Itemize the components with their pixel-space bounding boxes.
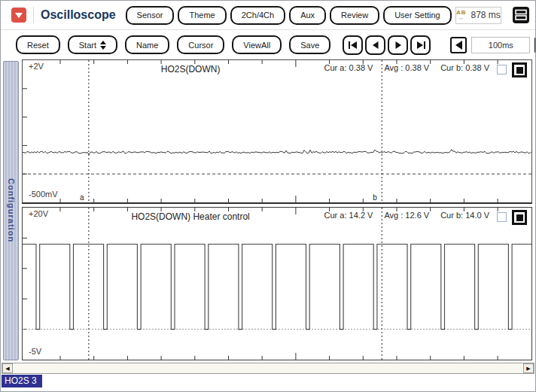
theme-button[interactable]: Theme [178,6,226,25]
channel-1-title: HO2S(DOWN) [161,64,221,74]
configuration-label: Configuration [7,178,16,242]
review-button[interactable]: Review [330,6,379,25]
channel-1-scale-bottom: -500mV [29,190,58,199]
top-toolbar: Oscilloscope Sensor Theme 2Ch/4Ch Aux Re… [1,1,535,30]
chart-area: ab +2V HO2S(DOWN) Cur a: 0.38 V Avg : 0.… [22,59,532,360]
channel-1-measurements: Cur a: 0.38 V Avg : 0.38 V Cur b: 0.38 V [324,63,489,72]
transport-controls [343,35,431,55]
channel-2-active-indicator[interactable] [512,210,527,225]
timebase-decrease-button[interactable] [450,37,467,53]
cursor-a-line-label: a [80,193,84,202]
sensor-button[interactable]: Sensor [126,6,175,25]
start-spinner-icon [100,41,106,50]
record-tab[interactable]: HO2S 3 [2,375,42,387]
channel-mode-button[interactable]: 2Ch/4Ch [230,6,285,25]
skip-to-start-icon [348,41,358,50]
channel-2-scale-top: +20V [29,209,48,218]
reset-button[interactable]: Reset [16,35,60,54]
channel-2-plot[interactable] [23,208,531,360]
ab-time-display: AB ↔ 878 ms [455,7,501,24]
skip-to-end-button[interactable] [410,35,431,55]
name-button[interactable]: Name [125,35,169,54]
channel-1-plot[interactable]: ab [23,60,531,202]
toolbar-divider [33,7,34,23]
channel-2-checkbox[interactable] [497,212,507,222]
ab-time-value: 878 ms [471,10,500,20]
horizontal-scrollbar: ◀ ▶ [2,363,534,374]
cursor-b-line-label: b [373,193,377,202]
down-arrow-icon [15,13,23,18]
timebase-value: 100ms [471,37,530,53]
step-forward-icon [393,41,404,50]
configuration-panel-handle[interactable]: Configuration [3,61,19,360]
scroll-left-button[interactable]: ◀ [2,363,13,373]
channel-2-scale-bottom: -5V [29,347,41,356]
channel-waveform [23,245,531,330]
channel-2-measurements: Cur a: 14.2 V Avg : 12.6 V Cur b: 14.0 V [324,211,489,220]
menu-icon[interactable] [513,7,529,23]
save-button[interactable]: Save [289,35,330,54]
app-dropdown-icon[interactable] [11,8,26,23]
scrollbar-track[interactable] [13,363,523,373]
scroll-right-button[interactable]: ▶ [523,363,534,373]
channel-1-checkbox[interactable] [497,65,507,74]
cursor-button[interactable]: Cursor [177,35,224,54]
channel-waveform [23,150,531,155]
timebase-selector: 100ms [450,37,536,53]
aux-button[interactable]: Aux [289,6,326,25]
record-tab-label: HO2S 3 [5,375,37,386]
ab-cursor-time-icon: AB ↔ [456,10,467,20]
channel-2-panel: +20V HO2S(DOWN) Heater control Cur a: 14… [22,207,532,360]
viewall-button[interactable]: ViewAll [232,35,282,54]
channel-2-title: HO2S(DOWN) Heater control [131,211,249,222]
app-title: Oscilloscope [41,8,116,22]
skip-to-start-button[interactable] [343,35,363,55]
channel-1-panel: ab +2V HO2S(DOWN) Cur a: 0.38 V Avg : 0.… [22,59,532,204]
channel-1-active-indicator[interactable] [512,62,527,77]
oscilloscope-window: Oscilloscope Sensor Theme 2Ch/4Ch Aux Re… [0,0,536,392]
user-setting-button[interactable]: User Setting [383,6,452,25]
start-button[interactable]: Start [68,35,117,54]
channel-1-scale-top: +2V [29,62,44,71]
skip-to-end-icon [416,41,426,50]
step-forward-button[interactable] [388,35,408,55]
step-back-icon [370,41,381,50]
step-back-button[interactable] [365,35,385,55]
second-toolbar: Reset Start Name Cursor ViewAll Save 100… [1,31,535,59]
left-triangle-icon [455,41,462,50]
